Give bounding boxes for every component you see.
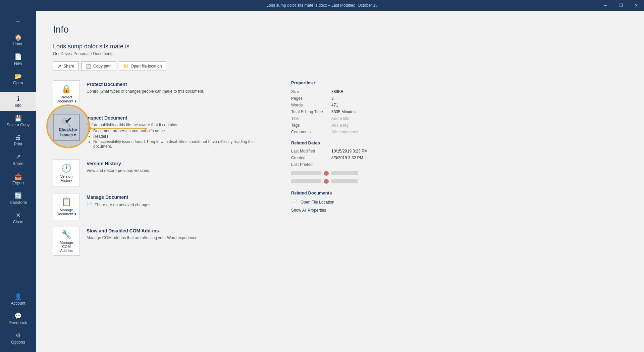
sidebar-item-save-copy[interactable]: 💾 Save a Copy: [0, 111, 36, 131]
html-file-icon: 📄: [291, 199, 298, 205]
protect-document-content: Protect Document Control what types of c…: [87, 80, 271, 95]
prop-value-size: 389KB: [331, 89, 412, 94]
action-buttons: ↗ Share 📋 Copy path 📁 Open file location: [53, 61, 627, 71]
sidebar-label-feedback: Feedback: [9, 320, 27, 325]
title-bar-text: Loris sump dolor sits mate is.docx – Las…: [266, 3, 378, 8]
prop-row-editing-time: Total Editing Time 5335 Minutes: [291, 109, 412, 114]
sidebar-item-feedback[interactable]: 💬 Feedback: [0, 309, 36, 328]
manage-document-icon-box[interactable]: 📋 ManageDocument ▾: [53, 193, 80, 220]
check-issues-icon-box[interactable]: 🔍 Check forIssues ▾: [53, 114, 80, 141]
prop-value-editing-time: 5335 Minutes: [331, 109, 412, 114]
close-doc-icon: ✕: [16, 212, 21, 219]
version-history-icon-box[interactable]: 🕐 VersionHistory: [53, 160, 80, 186]
back-icon: ←: [15, 18, 21, 25]
prop-row-title: Title Add a title: [291, 116, 412, 121]
prop-value-comments[interactable]: Add comments: [331, 130, 412, 134]
protect-document-icon-box[interactable]: 🔒 Protect Document ▾: [53, 80, 80, 107]
copy-path-button[interactable]: 📋 Copy path: [81, 61, 116, 71]
open-file-location-button[interactable]: 📁 Open file location: [119, 61, 166, 71]
save-copy-icon: 💾: [14, 115, 22, 122]
restore-icon: ❐: [619, 3, 623, 8]
sidebar-label-transform: Transform: [9, 200, 27, 205]
sidebar-item-close[interactable]: ✕ Close: [0, 208, 36, 228]
prop-row-created: Created 8/3/2019 3:32 PM: [291, 156, 412, 160]
sidebar-item-open[interactable]: 📂 Open: [0, 69, 36, 89]
prop-label-title: Title: [291, 116, 331, 121]
copy-path-label: Copy path: [93, 64, 112, 69]
sidebar-item-export[interactable]: 📤 Export: [0, 169, 36, 189]
prop-label-created: Created: [291, 156, 331, 160]
blurred-name-2b: [331, 179, 358, 183]
doc-header: Loris sump dolor sits mate is OneDrive ›…: [53, 43, 627, 56]
restore-button[interactable]: ❐: [613, 0, 629, 11]
sidebar-item-account[interactable]: 👤 Account: [0, 290, 36, 309]
blurred-name-1: [291, 171, 321, 175]
sidebar-item-home[interactable]: 🏠 Home: [0, 30, 36, 50]
inspect-document-row: ✔ Check forIssues ▾ 🔍 Check forIssues ▾: [53, 114, 271, 149]
protect-document-title: Protect Document: [87, 82, 271, 87]
sidebar-divider-2: [0, 288, 36, 288]
sidebar-item-options[interactable]: ⚙ Options: [0, 328, 36, 348]
inspect-document-desc: Before publishing this file, be aware th…: [87, 123, 271, 127]
sidebar-label-share: Share: [13, 161, 23, 166]
manage-document-content: Manage Document 📄 There are no unsaved c…: [87, 193, 271, 209]
main-content: Info Loris sump dolor sits mate is OneDr…: [36, 11, 644, 352]
sidebar-label-new: New: [14, 61, 22, 66]
sidebar-label-info: Info: [15, 103, 21, 108]
sidebar: ← 🏠 Home 📄 New 📂 Open ℹ Info 💾 Save a C: [0, 11, 36, 352]
sidebar-top: ← 🏠 Home 📄 New 📂 Open ℹ Info 💾 Save a C: [0, 11, 36, 230]
prop-value-tags[interactable]: Add a tag: [331, 123, 412, 128]
sidebar-back-button[interactable]: ←: [0, 13, 36, 30]
print-icon: 🖨: [15, 134, 21, 141]
properties-chevron: ›: [314, 80, 315, 85]
prop-value-title[interactable]: Add a title: [331, 116, 412, 121]
related-dates-header: Related Dates: [291, 140, 412, 145]
com-addins-icon-box[interactable]: 🔧 Manage COMAdd-ins: [53, 227, 80, 256]
manage-document-label: ManageDocument ▾: [56, 208, 76, 216]
blurred-persons: [291, 171, 412, 184]
blurred-name-1b: [331, 171, 358, 175]
com-addins-desc: Manage COM add-ins that are affecting yo…: [87, 235, 271, 240]
doc-breadcrumb: OneDrive › Personal › Documents: [53, 51, 627, 56]
prop-value-last-modified: 10/15/2019 3:23 PM: [331, 149, 412, 153]
com-addins-label: Manage COMAdd-ins: [56, 240, 77, 253]
sidebar-label-close: Close: [13, 220, 23, 224]
prop-label-size: Size: [291, 89, 331, 94]
new-icon: 📄: [14, 53, 22, 60]
sidebar-label-save-copy: Save a Copy: [7, 123, 30, 127]
manage-document-title: Manage Document: [87, 194, 271, 200]
home-icon: 🏠: [14, 34, 22, 41]
sections-left: 🔒 Protect Document ▾ Protect Document Co…: [53, 80, 271, 262]
sidebar-item-share[interactable]: ↗ Share: [0, 150, 36, 169]
sidebar-item-new[interactable]: 📄 New: [0, 50, 36, 69]
show-all-properties-link[interactable]: Show All Properties: [291, 208, 412, 213]
window-controls: ─ ❐ ✕: [598, 0, 644, 11]
open-file-location-icon: 📁: [123, 63, 129, 69]
prop-value-last-printed: [331, 162, 412, 167]
inspect-document-content: Inspect Document Before publishing this …: [87, 114, 271, 149]
inspect-document-title: Inspect Document: [87, 115, 271, 121]
sidebar-label-open: Open: [13, 81, 23, 85]
open-file-location-link[interactable]: 📄 Open File Location: [291, 199, 412, 205]
protect-document-desc: Control what types of changes people can…: [87, 89, 271, 94]
feedback-icon: 💬: [14, 312, 22, 320]
sidebar-item-print[interactable]: 🖨 Print: [0, 131, 36, 150]
sidebar-label-export: Export: [12, 181, 24, 185]
last-modified: Last Modified: October 15: [331, 3, 377, 8]
sidebar-label-account: Account: [11, 301, 25, 306]
sidebar-item-transform[interactable]: 🔄 Transform: [0, 189, 36, 208]
share-button[interactable]: ↗ Share: [53, 61, 78, 71]
prop-row-last-printed: Last Printed: [291, 162, 412, 167]
close-button[interactable]: ✕: [629, 0, 644, 11]
minimize-button[interactable]: ─: [598, 0, 613, 11]
sidebar-item-info[interactable]: ℹ Info: [0, 92, 36, 111]
wrench-icon: 🔧: [61, 230, 71, 239]
prop-row-size: Size 389KB: [291, 89, 412, 94]
manage-document-desc-text: There are no unsaved changes.: [95, 203, 151, 207]
prop-label-editing-time: Total Editing Time: [291, 109, 331, 114]
prop-value-words: 471: [331, 103, 412, 107]
inspect-list-item-2: Headers: [93, 134, 271, 139]
page-title: Info: [53, 24, 627, 35]
options-icon: ⚙: [15, 332, 21, 339]
app-body: ← 🏠 Home 📄 New 📂 Open ℹ Info 💾 Save a C: [0, 11, 644, 352]
